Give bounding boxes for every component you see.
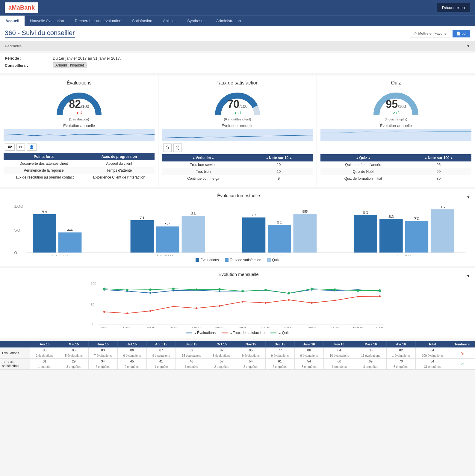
deconnexion-button[interactable]: Déconnexion (437, 3, 470, 12)
perimetre-bar[interactable]: Périmètre ▼ (0, 41, 475, 51)
svg-text:61: 61 (276, 220, 282, 224)
table-row: Très bon service10 (162, 161, 313, 168)
table-row: Quiz de formation initial80 (320, 175, 471, 182)
svg-rect-1 (162, 129, 313, 141)
table-row: Taux de résolution au premier contactExp… (4, 174, 155, 181)
logo-a: a (8, 4, 12, 11)
periode-value: Du 1er janvier 2017 au 31 janvier 2017. (53, 56, 121, 61)
cards-row: Évaluations 82/100 ▼-4 (1 évaluation) Év… (0, 75, 475, 187)
sad-smiley-btn[interactable]: :( (173, 143, 182, 152)
nav-item-nouvelle-evaluation[interactable]: Nouvelle évaluation (25, 16, 69, 26)
bar-chart-dropdown[interactable]: ▼ (466, 195, 470, 200)
svg-text:0: 0 (91, 322, 93, 326)
col-janv16: Janv.16 (294, 341, 323, 347)
page-title: 360 - Suivi du conseiller (5, 29, 75, 38)
svg-point-68 (379, 295, 381, 297)
col-avr16: Avr.16 (386, 341, 415, 347)
svg-text:71: 71 (139, 216, 145, 220)
svg-rect-2 (320, 129, 471, 141)
gauge-quiz-denom: /100 (398, 104, 406, 109)
bar-chart-title: Évolution trimestrielle (217, 193, 260, 198)
nav-item-abilities[interactable]: Abilities (158, 16, 182, 26)
svg-rect-18 (182, 216, 205, 253)
card-satisfaction: Taux de satisfaction 70/100 ▲+1 (6 enquê… (158, 75, 317, 187)
line-chart-title: Évolution mensuelle (218, 272, 258, 277)
email-icon-btn[interactable]: ✉ (16, 143, 25, 151)
conseiller-tag[interactable]: Arnaud Thibaudet (53, 62, 87, 68)
bar-chart-legend: Évaluations Taux de satisfaction Quiz (5, 258, 470, 262)
svg-rect-11 (58, 232, 82, 253)
person-icon-btn[interactable]: 👤 (27, 143, 37, 151)
conseillers-row: Conseillers : Arnaud Thibaudet (5, 62, 470, 68)
legend-quiz: Quiz (267, 258, 279, 262)
nav-item-administration[interactable]: Administration (211, 16, 246, 26)
gauge-evaluations-value: 82/100 ▼-4 (67, 98, 91, 115)
conseillers-label: Conseillers : (5, 63, 53, 68)
svg-text:Avr.15: Avr.15 (100, 327, 108, 328)
col-header-empty (0, 341, 30, 347)
svg-text:Août 15: Août 15 (192, 327, 201, 328)
nav-item-accueil[interactable]: Accueil (0, 16, 25, 26)
svg-text:0: 0 (14, 251, 17, 255)
bottom-table-section: Avr.15 Mai.15 Juin 15 Jul.15 Août 15 Sep… (0, 341, 475, 370)
phone-icon-btn[interactable]: ☎ (5, 143, 15, 151)
gauge-quiz-value: 95/100 ↗+3 (384, 98, 408, 115)
svg-text:Nov.15: Nov.15 (261, 327, 270, 328)
table-row-sub: 2 évaluations 5 évaluations 7 évaluation… (0, 353, 475, 359)
bar-chart-area: 100 50 0 84 44 T3 2015 71 57 81 T4 2015 (5, 202, 470, 256)
col-quiz-name: ⬥ Quiz ⬥ (320, 154, 406, 161)
svg-text:T1 2016: T1 2016 (265, 254, 284, 256)
nav-item-satisfaction[interactable]: Satisfaction (127, 16, 158, 26)
table-row: Pertinence de la réponseTemps d'attente (4, 167, 155, 174)
page-title-bar: 360 - Suivi du conseiller ☆ Mettre en Fa… (0, 26, 475, 41)
table-row: Évaluations 88 85 80 86 87 82 82 85 77 8… (0, 347, 475, 353)
happy-smiley-btn[interactable]: :) (163, 143, 172, 152)
svg-rect-21 (242, 217, 266, 253)
table-row-sub: 1 enquête 3 enquêtes 2 enquêtes 2 enquêt… (0, 364, 475, 370)
table-row: Continue comme ça9 (162, 175, 313, 182)
svg-text:Juin 15: Juin 15 (146, 327, 155, 328)
svg-rect-14 (131, 220, 154, 253)
table-row: Quiz de Noël90 (320, 168, 471, 175)
bottom-table: Avr.15 Mai.15 Juin 15 Jul.15 Août 15 Sep… (0, 341, 475, 370)
col-note-100: ⬥ Note sur 100 ⬥ (406, 154, 471, 161)
pdf-button[interactable]: 📄 pdf (453, 30, 470, 37)
navigation: Accueil Nouvelle évaluation Rechercher u… (0, 15, 475, 26)
svg-point-61 (219, 305, 220, 307)
svg-text:57: 57 (165, 222, 170, 226)
svg-point-60 (196, 307, 197, 309)
table-row: Très bien10 (162, 168, 313, 175)
col-total: Total (415, 341, 449, 347)
svg-text:100: 100 (91, 282, 96, 285)
line-chart-dropdown[interactable]: ▼ (466, 274, 470, 278)
nav-item-rechercher[interactable]: Rechercher une évaluation (69, 16, 127, 26)
svg-point-80 (357, 289, 359, 292)
svg-text:90: 90 (363, 211, 368, 214)
legend-label-quiz: Quiz (272, 258, 279, 262)
nav-item-syntheses[interactable]: Synthèses (182, 16, 211, 26)
svg-text:Mai.15: Mai.15 (123, 327, 131, 328)
svg-point-59 (173, 306, 174, 307)
svg-text:84: 84 (42, 210, 47, 214)
svg-text:70: 70 (414, 217, 420, 220)
svg-text:Sept.15: Sept.15 (215, 327, 224, 328)
satisfaction-icons: :) :( (162, 143, 313, 152)
evo-evaluations-title: Évolution annuelle (4, 123, 155, 128)
legend-evaluations: Évaluations (196, 258, 219, 262)
col-axes-progression: Axes de progression (84, 153, 155, 160)
svg-text:Oct.15: Oct.15 (239, 327, 247, 328)
svg-point-67 (357, 296, 359, 297)
svg-rect-9 (33, 214, 56, 253)
col-mars16: Mars 16 (355, 341, 386, 347)
evaluations-table: Points forts Axes de progression Découve… (4, 153, 155, 181)
svg-point-58 (149, 310, 151, 312)
svg-text:50: 50 (91, 303, 94, 306)
svg-text:Fev.16: Fev.16 (331, 327, 339, 328)
svg-text:T4 2015: T4 2015 (156, 254, 175, 256)
svg-point-73 (195, 288, 198, 291)
gauge-satisfaction-number: 70 (227, 98, 239, 110)
gauge-evaluations-denom: /100 (81, 104, 89, 109)
favoris-button[interactable]: ☆ Mettre en Favoris (410, 30, 450, 37)
legend-satisfaction: Taux de satisfaction (225, 258, 261, 262)
quiz-table: ⬥ Quiz ⬥ ⬥ Note sur 100 ⬥ Quiz de début … (320, 154, 471, 182)
